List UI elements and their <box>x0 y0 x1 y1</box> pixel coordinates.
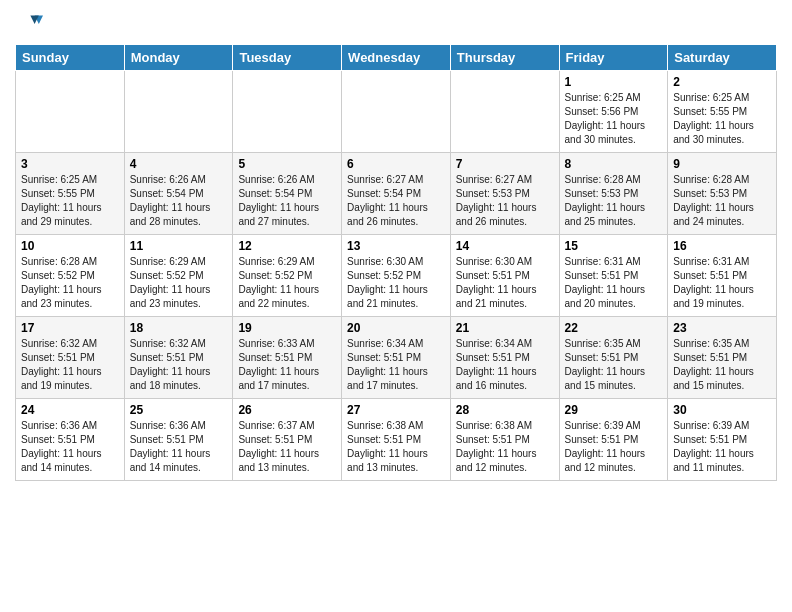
calendar-cell-3-6: 23Sunrise: 6:35 AM Sunset: 5:51 PM Dayli… <box>668 317 777 399</box>
calendar-cell-0-6: 2Sunrise: 6:25 AM Sunset: 5:55 PM Daylig… <box>668 71 777 153</box>
day-info: Sunrise: 6:29 AM Sunset: 5:52 PM Dayligh… <box>238 255 336 311</box>
calendar-table: SundayMondayTuesdayWednesdayThursdayFrid… <box>15 44 777 481</box>
header-row <box>15 10 777 38</box>
calendar-cell-3-0: 17Sunrise: 6:32 AM Sunset: 5:51 PM Dayli… <box>16 317 125 399</box>
day-number: 12 <box>238 239 336 253</box>
day-number: 17 <box>21 321 119 335</box>
day-info: Sunrise: 6:32 AM Sunset: 5:51 PM Dayligh… <box>130 337 228 393</box>
calendar-cell-1-3: 6Sunrise: 6:27 AM Sunset: 5:54 PM Daylig… <box>342 153 451 235</box>
day-number: 7 <box>456 157 554 171</box>
calendar-cell-2-2: 12Sunrise: 6:29 AM Sunset: 5:52 PM Dayli… <box>233 235 342 317</box>
calendar-cell-1-1: 4Sunrise: 6:26 AM Sunset: 5:54 PM Daylig… <box>124 153 233 235</box>
calendar-cell-2-1: 11Sunrise: 6:29 AM Sunset: 5:52 PM Dayli… <box>124 235 233 317</box>
day-info: Sunrise: 6:28 AM Sunset: 5:53 PM Dayligh… <box>565 173 663 229</box>
calendar-cell-3-4: 21Sunrise: 6:34 AM Sunset: 5:51 PM Dayli… <box>450 317 559 399</box>
day-number: 23 <box>673 321 771 335</box>
day-number: 29 <box>565 403 663 417</box>
header-row-days: SundayMondayTuesdayWednesdayThursdayFrid… <box>16 45 777 71</box>
day-info: Sunrise: 6:39 AM Sunset: 5:51 PM Dayligh… <box>565 419 663 475</box>
day-info: Sunrise: 6:37 AM Sunset: 5:51 PM Dayligh… <box>238 419 336 475</box>
day-info: Sunrise: 6:30 AM Sunset: 5:52 PM Dayligh… <box>347 255 445 311</box>
day-number: 26 <box>238 403 336 417</box>
calendar-cell-0-3 <box>342 71 451 153</box>
day-number: 10 <box>21 239 119 253</box>
day-info: Sunrise: 6:25 AM Sunset: 5:55 PM Dayligh… <box>673 91 771 147</box>
day-number: 2 <box>673 75 771 89</box>
calendar-cell-4-5: 29Sunrise: 6:39 AM Sunset: 5:51 PM Dayli… <box>559 399 668 481</box>
day-number: 15 <box>565 239 663 253</box>
day-number: 24 <box>21 403 119 417</box>
calendar-cell-4-4: 28Sunrise: 6:38 AM Sunset: 5:51 PM Dayli… <box>450 399 559 481</box>
calendar-cell-1-5: 8Sunrise: 6:28 AM Sunset: 5:53 PM Daylig… <box>559 153 668 235</box>
day-info: Sunrise: 6:25 AM Sunset: 5:56 PM Dayligh… <box>565 91 663 147</box>
day-info: Sunrise: 6:38 AM Sunset: 5:51 PM Dayligh… <box>347 419 445 475</box>
day-info: Sunrise: 6:39 AM Sunset: 5:51 PM Dayligh… <box>673 419 771 475</box>
week-row-2: 10Sunrise: 6:28 AM Sunset: 5:52 PM Dayli… <box>16 235 777 317</box>
day-number: 19 <box>238 321 336 335</box>
calendar-cell-2-6: 16Sunrise: 6:31 AM Sunset: 5:51 PM Dayli… <box>668 235 777 317</box>
calendar-cell-0-5: 1Sunrise: 6:25 AM Sunset: 5:56 PM Daylig… <box>559 71 668 153</box>
calendar-cell-0-4 <box>450 71 559 153</box>
day-info: Sunrise: 6:31 AM Sunset: 5:51 PM Dayligh… <box>565 255 663 311</box>
day-info: Sunrise: 6:29 AM Sunset: 5:52 PM Dayligh… <box>130 255 228 311</box>
logo <box>15 10 47 38</box>
day-info: Sunrise: 6:25 AM Sunset: 5:55 PM Dayligh… <box>21 173 119 229</box>
day-info: Sunrise: 6:34 AM Sunset: 5:51 PM Dayligh… <box>456 337 554 393</box>
calendar-cell-4-1: 25Sunrise: 6:36 AM Sunset: 5:51 PM Dayli… <box>124 399 233 481</box>
calendar-body: 1Sunrise: 6:25 AM Sunset: 5:56 PM Daylig… <box>16 71 777 481</box>
day-number: 3 <box>21 157 119 171</box>
day-number: 9 <box>673 157 771 171</box>
day-number: 25 <box>130 403 228 417</box>
day-info: Sunrise: 6:27 AM Sunset: 5:53 PM Dayligh… <box>456 173 554 229</box>
day-number: 16 <box>673 239 771 253</box>
header-day-thursday: Thursday <box>450 45 559 71</box>
calendar-cell-1-2: 5Sunrise: 6:26 AM Sunset: 5:54 PM Daylig… <box>233 153 342 235</box>
day-info: Sunrise: 6:32 AM Sunset: 5:51 PM Dayligh… <box>21 337 119 393</box>
calendar-cell-2-4: 14Sunrise: 6:30 AM Sunset: 5:51 PM Dayli… <box>450 235 559 317</box>
week-row-0: 1Sunrise: 6:25 AM Sunset: 5:56 PM Daylig… <box>16 71 777 153</box>
day-info: Sunrise: 6:26 AM Sunset: 5:54 PM Dayligh… <box>130 173 228 229</box>
day-number: 20 <box>347 321 445 335</box>
calendar-cell-4-3: 27Sunrise: 6:38 AM Sunset: 5:51 PM Dayli… <box>342 399 451 481</box>
day-number: 28 <box>456 403 554 417</box>
calendar-cell-3-5: 22Sunrise: 6:35 AM Sunset: 5:51 PM Dayli… <box>559 317 668 399</box>
calendar-header: SundayMondayTuesdayWednesdayThursdayFrid… <box>16 45 777 71</box>
calendar-cell-0-1 <box>124 71 233 153</box>
logo-icon <box>15 10 43 38</box>
day-number: 13 <box>347 239 445 253</box>
calendar-cell-2-3: 13Sunrise: 6:30 AM Sunset: 5:52 PM Dayli… <box>342 235 451 317</box>
day-number: 5 <box>238 157 336 171</box>
day-info: Sunrise: 6:34 AM Sunset: 5:51 PM Dayligh… <box>347 337 445 393</box>
day-number: 8 <box>565 157 663 171</box>
calendar-cell-1-0: 3Sunrise: 6:25 AM Sunset: 5:55 PM Daylig… <box>16 153 125 235</box>
calendar-cell-4-6: 30Sunrise: 6:39 AM Sunset: 5:51 PM Dayli… <box>668 399 777 481</box>
day-info: Sunrise: 6:31 AM Sunset: 5:51 PM Dayligh… <box>673 255 771 311</box>
day-number: 22 <box>565 321 663 335</box>
day-number: 27 <box>347 403 445 417</box>
calendar-cell-1-4: 7Sunrise: 6:27 AM Sunset: 5:53 PM Daylig… <box>450 153 559 235</box>
calendar-cell-0-2 <box>233 71 342 153</box>
day-info: Sunrise: 6:38 AM Sunset: 5:51 PM Dayligh… <box>456 419 554 475</box>
header-day-sunday: Sunday <box>16 45 125 71</box>
day-info: Sunrise: 6:36 AM Sunset: 5:51 PM Dayligh… <box>21 419 119 475</box>
calendar-cell-1-6: 9Sunrise: 6:28 AM Sunset: 5:53 PM Daylig… <box>668 153 777 235</box>
calendar-cell-4-0: 24Sunrise: 6:36 AM Sunset: 5:51 PM Dayli… <box>16 399 125 481</box>
week-row-3: 17Sunrise: 6:32 AM Sunset: 5:51 PM Dayli… <box>16 317 777 399</box>
day-info: Sunrise: 6:27 AM Sunset: 5:54 PM Dayligh… <box>347 173 445 229</box>
header-day-tuesday: Tuesday <box>233 45 342 71</box>
header-day-wednesday: Wednesday <box>342 45 451 71</box>
day-number: 18 <box>130 321 228 335</box>
header-day-saturday: Saturday <box>668 45 777 71</box>
day-number: 21 <box>456 321 554 335</box>
calendar-cell-3-3: 20Sunrise: 6:34 AM Sunset: 5:51 PM Dayli… <box>342 317 451 399</box>
calendar-cell-0-0 <box>16 71 125 153</box>
header-day-friday: Friday <box>559 45 668 71</box>
day-info: Sunrise: 6:26 AM Sunset: 5:54 PM Dayligh… <box>238 173 336 229</box>
calendar-cell-2-0: 10Sunrise: 6:28 AM Sunset: 5:52 PM Dayli… <box>16 235 125 317</box>
day-info: Sunrise: 6:33 AM Sunset: 5:51 PM Dayligh… <box>238 337 336 393</box>
week-row-1: 3Sunrise: 6:25 AM Sunset: 5:55 PM Daylig… <box>16 153 777 235</box>
day-info: Sunrise: 6:30 AM Sunset: 5:51 PM Dayligh… <box>456 255 554 311</box>
week-row-4: 24Sunrise: 6:36 AM Sunset: 5:51 PM Dayli… <box>16 399 777 481</box>
day-info: Sunrise: 6:28 AM Sunset: 5:52 PM Dayligh… <box>21 255 119 311</box>
calendar-cell-2-5: 15Sunrise: 6:31 AM Sunset: 5:51 PM Dayli… <box>559 235 668 317</box>
